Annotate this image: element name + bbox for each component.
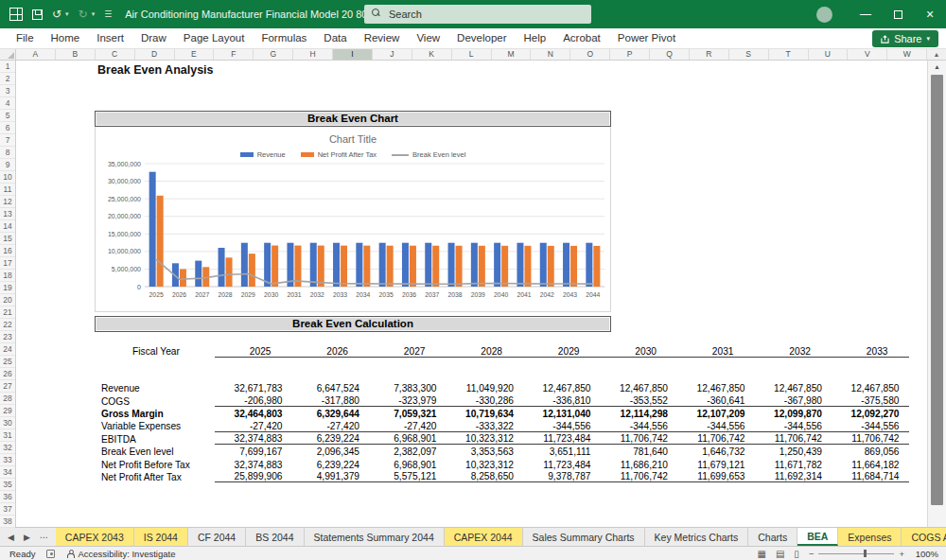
- cell-2032[interactable]: -367,980: [755, 395, 832, 407]
- column-header-G[interactable]: G: [254, 49, 293, 60]
- column-header-L[interactable]: L: [452, 49, 492, 60]
- select-all-corner[interactable]: [0, 49, 16, 60]
- row-header-17[interactable]: 17: [0, 257, 15, 270]
- chart-section-header[interactable]: Break Even Chart: [95, 111, 611, 127]
- cell-2031[interactable]: -344,556: [677, 421, 755, 432]
- redo-icon[interactable]: ↻: [79, 9, 88, 20]
- cell-2026[interactable]: -317,880: [292, 395, 370, 407]
- cell-2026[interactable]: 6,647,524: [292, 383, 370, 394]
- cell-2026[interactable]: 6,329,644: [292, 409, 370, 419]
- cell-2027[interactable]: 5,575,121: [369, 471, 447, 482]
- row-header-19[interactable]: 19: [0, 282, 15, 294]
- restore-button[interactable]: [882, 0, 914, 28]
- row-header-1[interactable]: 1: [0, 61, 15, 73]
- cell-2030[interactable]: 781,640: [601, 446, 678, 457]
- cell-2033[interactable]: 11,664,182: [832, 460, 909, 470]
- cell-2027[interactable]: -27,420: [369, 421, 447, 432]
- column-header-V[interactable]: V: [848, 49, 887, 60]
- row-header-29[interactable]: 29: [0, 405, 15, 417]
- scroll-up-icon[interactable]: ▲: [928, 61, 946, 74]
- cell-2032[interactable]: 1,250,439: [755, 446, 832, 457]
- zoom-slider-thumb[interactable]: [864, 550, 867, 557]
- column-header-T[interactable]: T: [769, 49, 809, 60]
- row-header-34[interactable]: 34: [0, 466, 15, 479]
- page-break-view-icon[interactable]: ▯: [794, 549, 799, 559]
- cell-2032[interactable]: -344,556: [755, 421, 832, 432]
- zoom-in-icon[interactable]: +: [899, 549, 904, 559]
- row-header-36[interactable]: 36: [0, 491, 15, 503]
- normal-view-icon[interactable]: ▦: [757, 549, 765, 559]
- cell-2029[interactable]: 12,467,850: [523, 383, 601, 394]
- sheet-tab-bea[interactable]: BEA: [797, 528, 838, 546]
- cell-2030[interactable]: 11,686,210: [601, 460, 678, 470]
- cell-2033[interactable]: 11,684,714: [832, 471, 909, 482]
- row-header-33[interactable]: 33: [0, 454, 15, 466]
- cell-2030[interactable]: 12,467,850: [601, 383, 678, 394]
- cell-2029[interactable]: 9,378,787: [523, 471, 601, 482]
- cell-2029[interactable]: -336,810: [523, 395, 601, 407]
- column-header-U[interactable]: U: [809, 49, 849, 60]
- search-input[interactable]: Search: [364, 5, 591, 24]
- row-header-35[interactable]: 35: [0, 479, 15, 491]
- cell-2032[interactable]: 11,706,742: [755, 433, 832, 445]
- sheet-tab-key-metrics-charts[interactable]: Key Metrics Charts: [645, 528, 749, 546]
- customize-toolbar-icon[interactable]: ☰: [104, 10, 112, 19]
- year-header-2025[interactable]: 2025: [215, 346, 292, 358]
- tab-list-icon[interactable]: ⋯: [36, 533, 52, 542]
- column-header-Q[interactable]: Q: [650, 49, 690, 60]
- row-header-12[interactable]: 12: [0, 196, 15, 208]
- year-header-2029[interactable]: 2029: [523, 346, 601, 358]
- save-icon[interactable]: [32, 9, 43, 20]
- row-header-20[interactable]: 20: [0, 294, 15, 306]
- cell-2031[interactable]: 12,107,209: [677, 409, 755, 419]
- sheet-tab-cf-2044[interactable]: CF 2044: [188, 528, 246, 546]
- sheet-tab-capex-2043[interactable]: CAPEX 2043: [56, 528, 134, 546]
- column-header-I[interactable]: I: [333, 49, 373, 60]
- cell-2032[interactable]: 11,692,314: [755, 471, 832, 482]
- account-avatar[interactable]: [816, 7, 832, 23]
- column-header-O[interactable]: O: [570, 49, 610, 60]
- row-header-15[interactable]: 15: [0, 233, 15, 245]
- cell-2028[interactable]: -330,286: [447, 395, 524, 407]
- year-header-2031[interactable]: 2031: [677, 346, 755, 358]
- cell-2028[interactable]: -333,322: [447, 421, 524, 432]
- row-header-27[interactable]: 27: [0, 380, 15, 393]
- cell-2032[interactable]: 12,467,850: [755, 383, 832, 394]
- macro-record-icon[interactable]: [46, 550, 55, 558]
- row-header-7[interactable]: 7: [0, 134, 15, 147]
- row-header-11[interactable]: 11: [0, 184, 15, 196]
- column-header-S[interactable]: S: [729, 49, 769, 60]
- row-header-16[interactable]: 16: [0, 245, 15, 257]
- cell-2033[interactable]: 869,056: [832, 446, 909, 457]
- cell-2025[interactable]: 32,374,883: [215, 460, 292, 470]
- sheet-tab-capex-2044[interactable]: CAPEX 2044: [445, 528, 523, 546]
- vertical-scroll-thumb[interactable]: [931, 75, 943, 505]
- cell-2028[interactable]: 11,049,920: [447, 383, 524, 394]
- cell-2029[interactable]: 11,723,484: [523, 433, 601, 445]
- cell-2028[interactable]: 8,258,650: [447, 471, 524, 482]
- cell-2033[interactable]: 11,706,742: [832, 433, 909, 445]
- cell-2031[interactable]: 12,467,850: [677, 383, 755, 394]
- row-header-18[interactable]: 18: [0, 270, 15, 282]
- cell-2028[interactable]: 3,353,563: [447, 446, 524, 457]
- zoom-out-icon[interactable]: −: [809, 549, 815, 559]
- zoom-slider[interactable]: − +: [809, 549, 904, 559]
- row-header-28[interactable]: 28: [0, 393, 15, 405]
- cell-2028[interactable]: 10,323,312: [447, 433, 524, 445]
- ribbon-tab-view[interactable]: View: [408, 28, 448, 48]
- year-header-2027[interactable]: 2027: [369, 346, 447, 358]
- row-header-26[interactable]: 26: [0, 368, 15, 380]
- row-header-13[interactable]: 13: [0, 208, 15, 220]
- ribbon-tab-review[interactable]: Review: [356, 28, 409, 48]
- cell-2029[interactable]: 3,651,111: [523, 446, 601, 457]
- ribbon-tab-data[interactable]: Data: [315, 28, 355, 48]
- ribbon-tab-file[interactable]: File: [8, 28, 43, 48]
- cell-2031[interactable]: 11,679,121: [677, 460, 755, 470]
- tab-scroll-right-icon[interactable]: ▶: [20, 533, 34, 542]
- cell-2031[interactable]: 11,706,742: [677, 433, 755, 445]
- cell-2026[interactable]: 2,096,345: [292, 446, 370, 457]
- row-header-5[interactable]: 5: [0, 110, 15, 122]
- row-header-2[interactable]: 2: [0, 73, 15, 85]
- page-layout-view-icon[interactable]: ▤: [776, 549, 784, 559]
- sheet-tab-charts[interactable]: Charts: [748, 528, 797, 546]
